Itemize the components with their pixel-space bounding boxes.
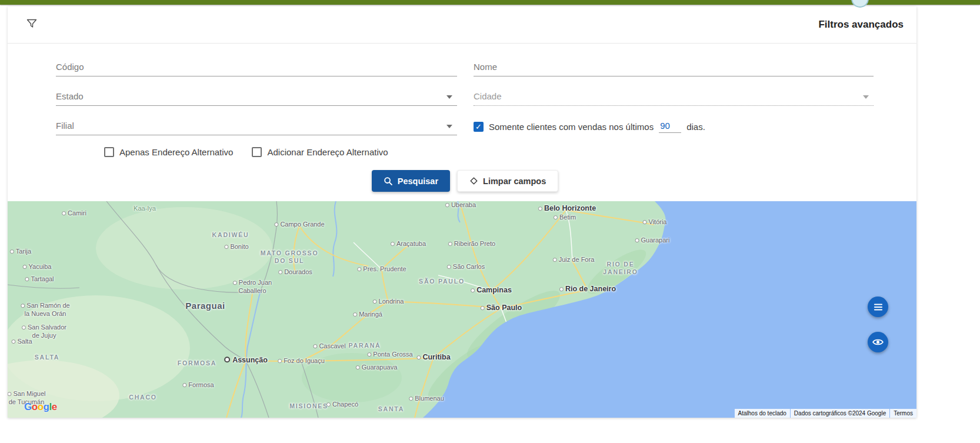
ocean bbox=[423, 201, 916, 418]
filters-card: Filtros avançados Código Nome Estado Cid… bbox=[8, 6, 916, 418]
filters-form: Código Nome Estado Cidade Filial bbox=[8, 44, 916, 192]
adicionar-endereco-checkbox[interactable]: Adicionar Endereço Alternativo bbox=[252, 147, 388, 157]
map-list-button[interactable] bbox=[868, 297, 888, 317]
estado-label: Estado bbox=[56, 91, 84, 101]
filters-header: Filtros avançados bbox=[8, 6, 916, 43]
cidade-select[interactable]: Cidade bbox=[474, 76, 874, 106]
terms-link[interactable]: Termos bbox=[890, 409, 916, 418]
chevron-down-icon bbox=[863, 95, 869, 99]
map-canvas[interactable]: UberabaBelo HorizonteBetimVitóriaGuarapa… bbox=[8, 201, 916, 418]
filter-funnel-icon[interactable] bbox=[26, 18, 37, 31]
map-attribution: Atalhos do teclado Dados cartográficos ©… bbox=[735, 409, 916, 418]
sales-filter-checkbox[interactable]: ✓ bbox=[474, 122, 484, 132]
estado-select[interactable]: Estado bbox=[56, 76, 457, 106]
sales-filter-text: Somente clientes com vendas nos últimos bbox=[489, 122, 654, 132]
filial-label: Filial bbox=[56, 121, 74, 131]
eye-icon bbox=[872, 337, 884, 348]
codigo-field[interactable]: Código bbox=[56, 47, 457, 76]
map-data-attribution: Dados cartográficos ©2024 Google bbox=[791, 409, 889, 418]
page-title: Filtros avançados bbox=[818, 19, 904, 31]
days-input[interactable] bbox=[659, 121, 681, 133]
search-button[interactable]: Pesquisar bbox=[372, 170, 450, 192]
cidade-label: Cidade bbox=[474, 91, 502, 101]
list-icon bbox=[873, 302, 884, 312]
eraser-icon bbox=[469, 176, 478, 185]
search-button-label: Pesquisar bbox=[398, 176, 438, 186]
nome-field[interactable]: Nome bbox=[474, 47, 874, 76]
map-visibility-button[interactable] bbox=[868, 332, 888, 352]
sales-filter-cell: ✓ Somente clientes com vendas nos último… bbox=[474, 106, 874, 135]
google-logo[interactable]: Google bbox=[24, 401, 57, 413]
adicionar-endereco-label: Adicionar Endereço Alternativo bbox=[267, 147, 388, 157]
clear-button[interactable]: Limpar campos bbox=[457, 170, 558, 192]
apenas-endereco-label: Apenas Endereço Alternativo bbox=[119, 147, 233, 157]
checkbox-icon[interactable] bbox=[252, 147, 262, 157]
form-actions: Pesquisar Limpar campos bbox=[56, 170, 874, 192]
codigo-label: Código bbox=[56, 62, 84, 72]
map-graphics bbox=[8, 201, 916, 418]
address-checkbox-row: Apenas Endereço Alternativo Adicionar En… bbox=[56, 147, 874, 157]
apenas-endereco-checkbox[interactable]: Apenas Endereço Alternativo bbox=[104, 147, 233, 157]
filial-select[interactable]: Filial bbox=[56, 106, 457, 135]
search-icon bbox=[384, 176, 393, 186]
clear-button-label: Limpar campos bbox=[483, 176, 546, 186]
sales-filter-suffix: dias. bbox=[686, 122, 705, 132]
chevron-down-icon bbox=[446, 95, 452, 99]
checkbox-icon[interactable] bbox=[104, 147, 114, 157]
top-navigation-bar bbox=[0, 0, 980, 5]
chevron-down-icon bbox=[446, 125, 452, 128]
nome-label: Nome bbox=[474, 62, 497, 72]
keyboard-shortcuts-link[interactable]: Atalhos do teclado bbox=[735, 409, 790, 418]
